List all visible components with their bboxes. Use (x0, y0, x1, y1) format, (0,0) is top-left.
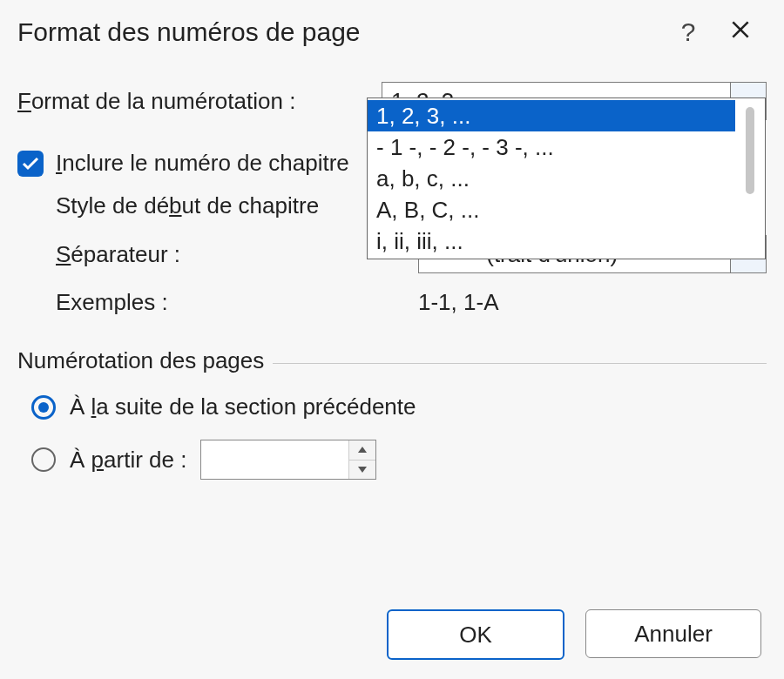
close-icon[interactable] (714, 17, 767, 47)
separator-label: Séparateur : (56, 241, 418, 268)
spinner-up-icon[interactable] (349, 440, 375, 461)
format-label: Format de la numérotation : (17, 88, 382, 115)
chapter-style-label: Style de début de chapitre (56, 192, 418, 219)
include-chapter-label: Inclure le numéro de chapitre (56, 150, 349, 177)
format-option[interactable]: - 1 -, - 2 -, - 3 -, ... (368, 131, 735, 163)
page-numbering-group-label: Numérotation des pages (17, 347, 273, 374)
format-dropdown-list[interactable]: 1, 2, 3, ... - 1 -, - 2 -, - 3 -, ... a,… (367, 97, 766, 259)
dialog-title: Format des numéros de page (17, 17, 662, 47)
cancel-button[interactable]: Annuler (585, 609, 761, 658)
format-option[interactable]: A, B, C, ... (368, 194, 735, 225)
scrollbar-thumb[interactable] (746, 107, 754, 194)
include-chapter-checkbox[interactable] (17, 151, 44, 177)
continue-section-label: À la suite de la section précédente (70, 393, 416, 420)
continue-section-radio[interactable] (31, 395, 56, 420)
format-option[interactable]: a, b, c, ... (368, 163, 735, 194)
start-at-input[interactable] (201, 440, 348, 479)
help-icon[interactable]: ? (662, 17, 714, 47)
spinner-down-icon[interactable] (349, 461, 375, 480)
start-at-radio[interactable] (31, 447, 56, 472)
examples-value: 1-1, 1-A (418, 289, 499, 316)
dropdown-scrollbar[interactable] (735, 98, 765, 259)
ok-button[interactable]: OK (387, 609, 564, 660)
format-option[interactable]: 1, 2, 3, ... (368, 100, 735, 131)
examples-label: Exemples : (56, 289, 418, 316)
start-at-label: À partir de : (70, 447, 186, 474)
format-option[interactable]: i, ii, iii, ... (368, 225, 735, 257)
start-at-spinner[interactable] (200, 440, 376, 480)
